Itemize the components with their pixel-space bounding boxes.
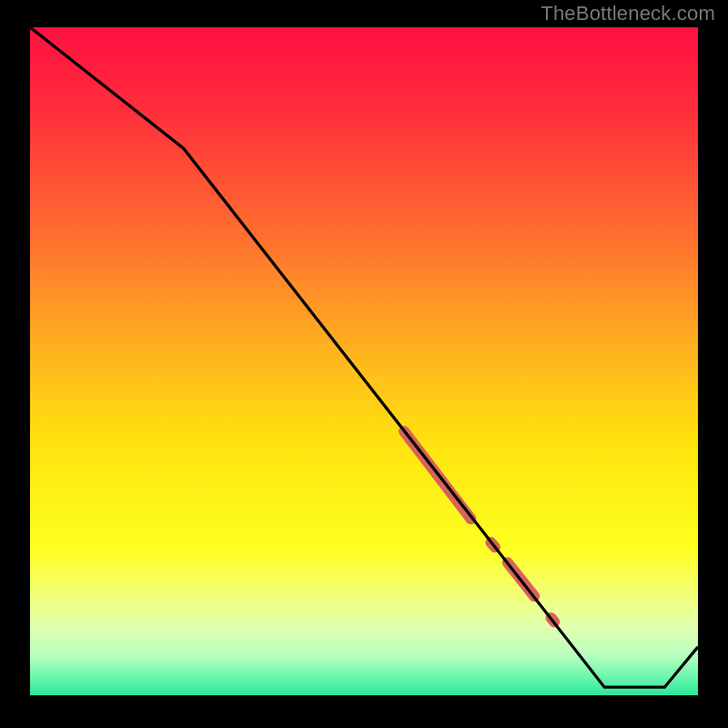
watermark-text: TheBottleneck.com [541, 2, 715, 25]
chart-frame: TheBottleneck.com [0, 0, 728, 728]
plot-area [30, 27, 698, 701]
chart-svg [30, 27, 698, 701]
main-curve [30, 27, 698, 687]
